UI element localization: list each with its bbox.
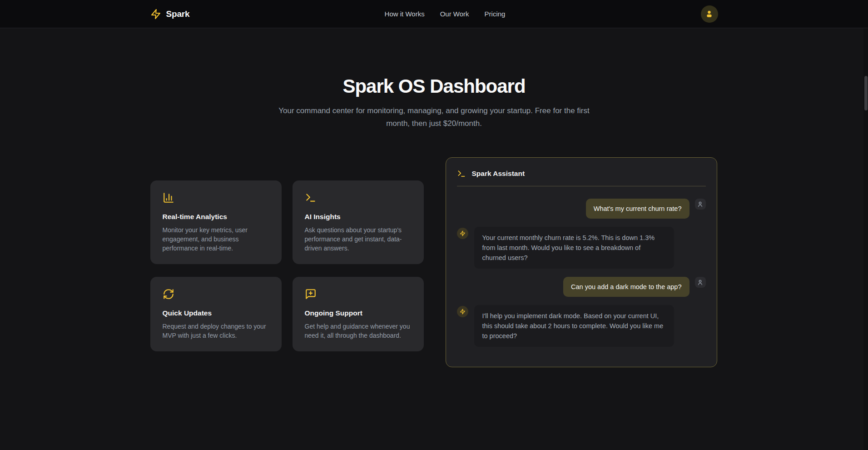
scrollbar-thumb[interactable]: [864, 76, 868, 110]
assistant-message-bubble: I'll help you implement dark mode. Based…: [474, 305, 674, 347]
nav-item-our-work[interactable]: Our Work: [440, 10, 469, 18]
top-nav-bar: Spark How it Works Our Work Pricing: [0, 0, 868, 28]
zap-icon: [460, 230, 466, 236]
feature-card-title: Ongoing Support: [305, 309, 412, 317]
chat-message-assistant: I'll help you implement dark mode. Based…: [457, 305, 706, 347]
feature-card-description: Get help and guidance whenever you need …: [305, 322, 412, 340]
feature-card-ongoing-support: Ongoing Support Get help and guidance wh…: [293, 277, 424, 351]
main-content: Spark OS Dashboard Your command center f…: [0, 75, 868, 367]
feature-card-quick-updates: Quick Updates Request and deploy changes…: [150, 277, 282, 351]
user-icon: [697, 279, 704, 286]
nav-item-how-it-works[interactable]: How it Works: [385, 10, 425, 18]
brand-logo[interactable]: Spark: [150, 9, 190, 20]
user-message-bubble: Can you add a dark mode to the app?: [563, 277, 689, 297]
chat-message-user: What's my current churn rate?: [457, 199, 706, 219]
assistant-message-bubble: Your current monthly churn rate is 5.2%.…: [474, 227, 674, 269]
feature-card-real-time-analytics: Real-time Analytics Monitor your key met…: [150, 180, 282, 264]
feature-card-description: Monitor your key metrics, user engagemen…: [163, 225, 269, 253]
hero-subtitle: Your command center for monitoring, mana…: [274, 105, 594, 130]
zap-icon: [150, 9, 161, 20]
feature-card-description: Request and deploy changes to your MVP w…: [163, 322, 269, 340]
nav-item-pricing[interactable]: Pricing: [485, 10, 506, 18]
assistant-avatar: [457, 228, 468, 239]
terminal-icon: [305, 192, 317, 204]
feature-card-title: Real-time Analytics: [163, 213, 269, 221]
user-avatar: [695, 199, 706, 210]
bar-chart-icon: [163, 192, 174, 204]
feature-card-ai-insights: AI Insights Ask questions about your sta…: [293, 180, 424, 264]
zap-icon: [460, 309, 466, 315]
chat-message-assistant: Your current monthly churn rate is 5.2%.…: [457, 227, 706, 269]
feature-card-grid: Real-time Analytics Monitor your key met…: [150, 180, 424, 351]
feature-card-description: Ask questions about your startup's perfo…: [305, 225, 412, 253]
account-avatar-button[interactable]: [701, 5, 718, 23]
chat-message-user: Can you add a dark mode to the app?: [457, 277, 706, 297]
page: Spark How it Works Our Work Pricing Spar…: [0, 0, 868, 450]
brand-name: Spark: [166, 9, 190, 19]
user-message-bubble: What's my current churn rate?: [586, 199, 689, 219]
scrollbar-track[interactable]: [863, 0, 868, 450]
user-icon: [697, 201, 704, 208]
terminal-icon: [457, 169, 466, 178]
assistant-panel-title: Spark Assistant: [472, 170, 525, 178]
spark-assistant-panel: Spark Assistant What's my current churn …: [446, 157, 717, 367]
refresh-icon: [163, 288, 174, 300]
user-icon: [705, 10, 714, 18]
chat-message-list: What's my current churn rate? Your curre…: [457, 199, 706, 347]
panel-divider: [457, 186, 706, 186]
feature-card-title: Quick Updates: [163, 309, 269, 317]
message-square-plus-icon: [305, 288, 317, 300]
assistant-panel-header: Spark Assistant: [457, 169, 706, 178]
user-avatar: [695, 277, 706, 288]
page-title: Spark OS Dashboard: [0, 75, 868, 97]
main-nav: How it Works Our Work Pricing: [385, 0, 506, 28]
assistant-avatar: [457, 306, 468, 317]
feature-card-title: AI Insights: [305, 213, 412, 221]
